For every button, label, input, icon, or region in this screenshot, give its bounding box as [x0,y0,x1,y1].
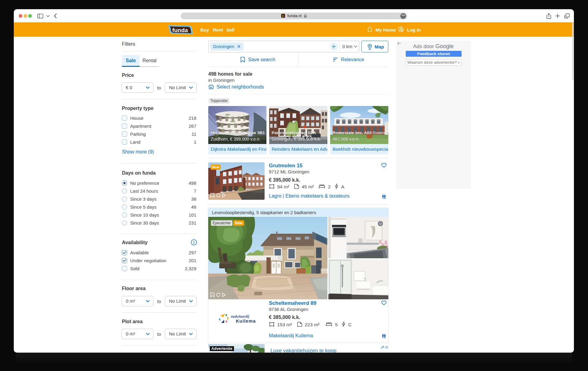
svg-text:funda: funda [172,27,188,33]
svg-text:Kuilema: Kuilema [236,318,256,324]
svg-text:makelaardij: makelaardij [231,314,249,319]
svg-text:NVM: NVM [383,198,384,199]
svg-text:NVM: NVM [383,337,384,338]
